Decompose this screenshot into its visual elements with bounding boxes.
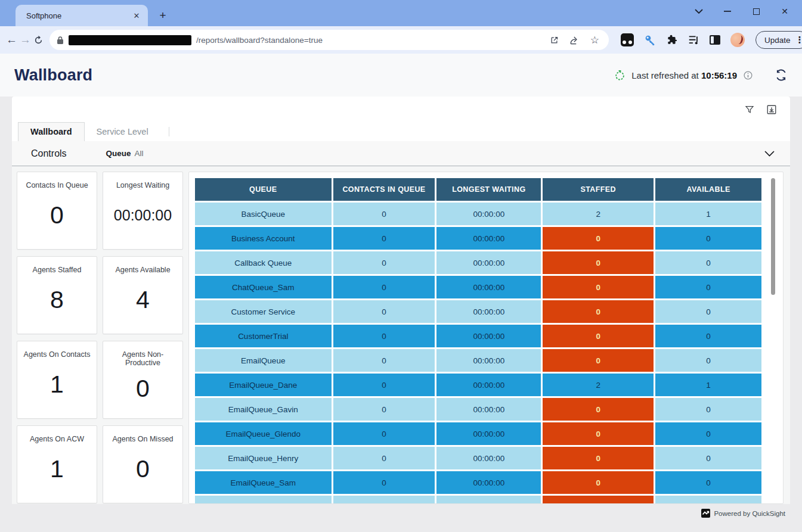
available-cell: 0 [655, 276, 761, 298]
available-cell: 0 [655, 422, 761, 445]
kpi-value: 00:00:00 [114, 189, 172, 249]
new-tab-button[interactable]: + [155, 8, 171, 23]
tab-service-level[interactable]: Service Level [85, 123, 160, 141]
tab-separator [169, 127, 169, 136]
contacts-in-queue-cell: 0 [333, 422, 435, 445]
tab-queue-icon[interactable] [688, 35, 699, 45]
quicksight-logo-icon [701, 509, 710, 518]
browser-toolbar: ← → /reports/wallboard?standalone=true ☆ [0, 26, 802, 54]
staffed-cell: 0 [543, 251, 654, 274]
queue-name-cell: CustomerTrial [195, 325, 332, 347]
kpi-value: 4 [136, 274, 150, 334]
extensions-puzzle-icon[interactable] [667, 35, 678, 46]
chevron-down-icon[interactable] [692, 5, 705, 18]
kpi-label: Longest Waiting [113, 181, 173, 189]
table-scrollbar[interactable] [771, 178, 775, 295]
kpi-value: 1 [50, 443, 64, 503]
tab-close-icon[interactable]: ✕ [131, 10, 142, 21]
maximize-button[interactable] [750, 5, 763, 18]
browser-menu-icon[interactable]: ⋮ [795, 35, 802, 45]
staffed-cell: 0 [543, 227, 654, 250]
filter-icon[interactable] [745, 105, 754, 114]
contacts-in-queue-cell: 0 [333, 325, 435, 347]
longest-waiting-cell: 00:00:00 [436, 325, 541, 347]
last-refreshed-text: Last refreshed at 10:56:19 [631, 70, 737, 80]
redacted-url-domain [69, 35, 191, 45]
open-in-new-icon[interactable] [550, 36, 559, 45]
kpi-card: Agents On Contacts1 [17, 341, 97, 419]
contacts-in-queue-cell: 0 [333, 227, 435, 250]
staffed-cell: 0 [543, 398, 654, 421]
longest-waiting-cell: 00:00:00 [436, 422, 541, 445]
extension-icons [621, 33, 745, 47]
controls-collapse-chevron-icon[interactable] [764, 151, 775, 157]
browser-tab[interactable]: Softphone ✕ [16, 5, 148, 26]
table-row[interactable]: Customer Service000:00:0000 [195, 300, 761, 323]
refresh-button[interactable] [775, 69, 788, 81]
side-panel-icon[interactable] [710, 35, 720, 45]
kpi-card: Longest Waiting00:00:00 [103, 172, 183, 250]
controls-bar: Controls QueueAll [12, 141, 790, 166]
kpi-card: Agents On Missed0 [103, 425, 183, 503]
contacts-in-queue-cell: 0 [333, 471, 435, 494]
export-icon[interactable] [766, 104, 777, 115]
staffed-cell: 0 [543, 349, 654, 372]
table-row[interactable]: 000:00:0000 [195, 496, 761, 504]
last-refreshed-label: Last refreshed at [631, 70, 699, 80]
reload-icon[interactable] [33, 31, 44, 49]
back-icon[interactable]: ← [6, 31, 17, 49]
longest-waiting-cell: 00:00:00 [436, 447, 541, 469]
staffed-cell: 0 [543, 325, 654, 347]
table-row[interactable]: Business Account000:00:0000 [195, 227, 761, 250]
kpi-value: 0 [50, 189, 64, 249]
available-cell: 0 [655, 447, 761, 469]
queue-table-panel: QUEUECONTACTS IN QUEUELONGEST WAITINGSTA… [188, 172, 784, 504]
kpi-label: Agents Available [112, 266, 174, 274]
info-icon[interactable] [743, 70, 753, 80]
dashboard-toolbar [12, 97, 790, 123]
staffed-cell: 0 [543, 276, 654, 298]
available-cell: 0 [655, 398, 761, 421]
table-row[interactable]: EmailQueue_Henry000:00:0000 [195, 447, 761, 469]
share-icon[interactable] [569, 36, 580, 45]
key-icon[interactable] [644, 34, 657, 46]
queue-name-cell: EmailQueue [195, 349, 332, 372]
refresh-status: Last refreshed at 10:56:19 [614, 69, 788, 81]
bookmark-star-icon[interactable]: ☆ [590, 34, 599, 46]
queue-name-cell: EmailQueue_Glendo [195, 422, 332, 445]
table-row[interactable]: EmailQueue000:00:0000 [195, 349, 761, 372]
available-cell: 0 [655, 471, 761, 494]
staffed-cell: 2 [543, 374, 654, 396]
sheet-tabs: Wallboard Service Level [12, 123, 790, 141]
kpi-card: Agents Non-Productive0 [103, 341, 183, 419]
table-row[interactable]: EmailQueue_Gavin000:00:0000 [195, 398, 761, 421]
table-row[interactable]: Callback Queue000:00:0000 [195, 251, 761, 274]
extension-dark-icon[interactable] [621, 33, 634, 46]
queue-name-cell: EmailQueue_Gavin [195, 398, 332, 421]
kpi-grid: Contacts In Queue0Longest Waiting00:00:0… [17, 172, 183, 504]
longest-waiting-cell: 00:00:00 [436, 349, 541, 372]
longest-waiting-cell: 00:00:00 [436, 398, 541, 421]
column-header: STAFFED [543, 178, 654, 201]
queue-name-cell: Callback Queue [195, 251, 332, 274]
tab-wallboard[interactable]: Wallboard [18, 122, 85, 141]
available-cell: 0 [655, 325, 761, 347]
forward-icon[interactable]: → [20, 31, 31, 49]
table-row[interactable]: EmailQueue_Glendo000:00:0000 [195, 422, 761, 445]
minimize-button[interactable] [721, 5, 734, 18]
controls-label: Controls [31, 148, 67, 159]
table-row[interactable]: BasicQueue000:00:0021 [195, 203, 761, 225]
update-button[interactable]: Update ⋮ [755, 31, 802, 49]
queue-filter[interactable]: QueueAll [106, 149, 144, 158]
table-row[interactable]: EmailQueue_Sam000:00:0000 [195, 471, 761, 494]
close-button[interactable]: ✕ [778, 5, 791, 18]
table-row[interactable]: ChatQueue_Sam000:00:0000 [195, 276, 761, 298]
column-header: CONTACTS IN QUEUE [333, 178, 435, 201]
contacts-in-queue-cell: 0 [333, 398, 435, 421]
kpi-value: 0 [136, 367, 150, 418]
table-row[interactable]: CustomerTrial000:00:0000 [195, 325, 761, 347]
table-row[interactable]: EmailQueue_Dane000:00:0021 [195, 374, 761, 396]
profile-avatar[interactable] [730, 33, 745, 47]
address-bar[interactable]: /reports/wallboard?standalone=true ☆ [49, 30, 609, 50]
kpi-label: Agents On Missed [109, 435, 176, 443]
